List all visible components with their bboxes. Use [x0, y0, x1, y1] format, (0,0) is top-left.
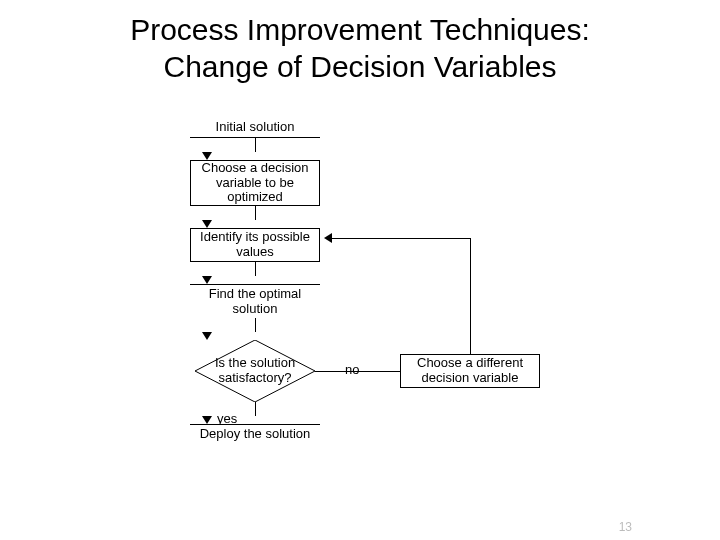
flowchart: Initial solution Choose a decision varia… [0, 118, 720, 518]
arrow-down-icon [202, 416, 212, 424]
connector [255, 138, 256, 152]
node-label: Find the optimal solution [194, 287, 316, 317]
arrow-left-icon [324, 233, 332, 243]
arrow-down-icon [202, 332, 212, 340]
node-initial-solution: Initial solution [190, 118, 320, 138]
connector [255, 402, 256, 416]
node-find-optimal: Find the optimal solution [190, 284, 320, 318]
connector [255, 206, 256, 220]
node-label: Choose a different decision variable [405, 356, 535, 386]
node-label: Initial solution [216, 120, 295, 135]
connector [315, 371, 400, 372]
arrow-down-icon [202, 220, 212, 228]
title-line-1: Process Improvement Techniques: [130, 13, 590, 46]
arrow-down-icon [202, 276, 212, 284]
edge-label-no: no [345, 362, 359, 377]
arrow-down-icon [202, 152, 212, 160]
node-choose-variable: Choose a decision variable to be optimiz… [190, 160, 320, 206]
node-label: Choose a decision variable to be optimiz… [195, 161, 315, 206]
node-label: Identify its possible values [195, 230, 315, 260]
connector [255, 318, 256, 332]
node-deploy-solution: Deploy the solution [190, 424, 320, 444]
slide-title: Process Improvement Techniques: Change o… [0, 0, 720, 85]
node-label: Deploy the solution [200, 427, 311, 442]
node-decision-satisfactory: Is the solution satisfactory? [195, 340, 315, 402]
node-label: Is the solution satisfactory? [195, 356, 315, 386]
connector [332, 238, 471, 239]
node-choose-different: Choose a different decision variable [400, 354, 540, 388]
connector [470, 238, 471, 354]
connector [255, 262, 256, 276]
title-line-2: Change of Decision Variables [163, 50, 556, 83]
page-number: 13 [619, 520, 632, 534]
node-identify-values: Identify its possible values [190, 228, 320, 262]
